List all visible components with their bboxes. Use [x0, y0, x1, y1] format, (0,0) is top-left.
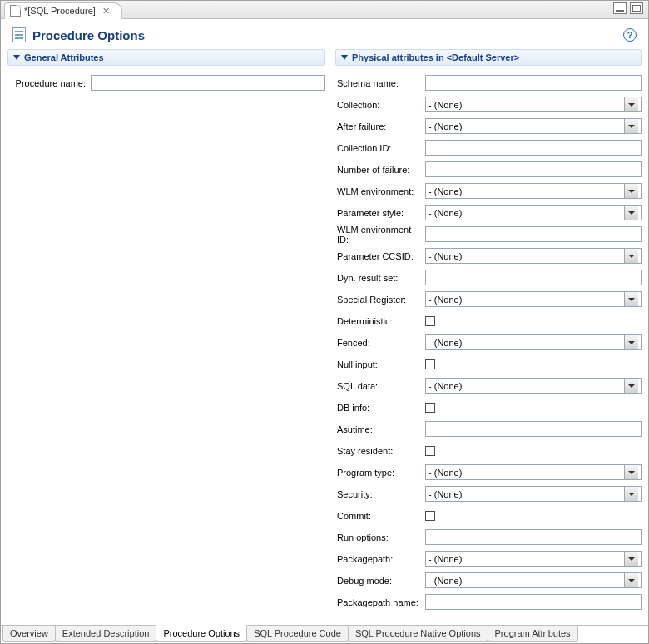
bottom-tab[interactable]: Extended Description	[55, 626, 157, 642]
chevron-down-icon[interactable]	[624, 292, 638, 306]
select-value: - (None)	[429, 381, 462, 391]
chevron-down-icon[interactable]	[624, 206, 638, 220]
bottom-tab[interactable]: Procedure Options	[156, 625, 247, 642]
bottom-tab[interactable]: Program Attributes	[488, 626, 578, 642]
form-icon	[12, 27, 26, 42]
field-label: Packagepath name:	[335, 597, 425, 607]
select-value: - (None)	[429, 251, 462, 261]
field-label: Schema name:	[335, 78, 425, 88]
field-label: Asutime:	[335, 424, 425, 434]
field-label: Null input:	[335, 359, 425, 369]
maximize-view-button[interactable]	[630, 2, 643, 14]
field-label: Parameter CCSID:	[335, 251, 425, 261]
field-label: Collection:	[335, 100, 425, 110]
field-label: WLM environment:	[335, 186, 425, 196]
text-input[interactable]	[425, 75, 642, 91]
chevron-down-icon[interactable]	[624, 552, 638, 566]
select-input[interactable]: - (None)	[425, 248, 642, 264]
text-input[interactable]	[425, 421, 642, 437]
select-input[interactable]: - (None)	[425, 572, 642, 588]
chevron-down-icon[interactable]	[624, 335, 638, 349]
field-label: DB info:	[335, 403, 425, 413]
field-label: Parameter style:	[335, 208, 425, 218]
page-title: Procedure Options	[32, 28, 145, 42]
select-value: - (None)	[429, 468, 462, 478]
field-label: Commit:	[335, 511, 425, 521]
select-input[interactable]: - (None)	[425, 334, 642, 350]
section-general-attributes[interactable]: General Attributes	[7, 49, 325, 66]
field-label: Fenced:	[335, 338, 425, 348]
checkbox[interactable]	[425, 316, 435, 326]
text-input[interactable]	[425, 529, 642, 545]
close-icon[interactable]: ✕	[102, 6, 110, 17]
editor-tabstrip: *[SQL Procedure] ✕	[1, 1, 648, 19]
bottom-tab[interactable]: SQL Procedure Native Options	[348, 626, 488, 642]
chevron-down-icon[interactable]	[624, 573, 638, 587]
chevron-down-icon[interactable]	[624, 487, 638, 501]
field-label: Dyn. result set:	[335, 273, 425, 283]
select-input[interactable]: - (None)	[425, 378, 642, 394]
section-physical-attributes[interactable]: Physical attributes in <Default Server>	[335, 49, 642, 66]
text-input[interactable]	[425, 594, 642, 610]
bottom-tabstrip: OverviewExtended DescriptionProcedure Op…	[1, 625, 648, 643]
editor-tab[interactable]: *[SQL Procedure] ✕	[4, 2, 122, 19]
checkbox[interactable]	[425, 403, 435, 413]
field-label: WLM environment ID:	[335, 225, 425, 245]
select-value: - (None)	[429, 100, 462, 110]
field-label: Debug mode:	[335, 576, 425, 586]
chevron-down-icon	[341, 55, 348, 60]
chevron-down-icon[interactable]	[624, 379, 638, 393]
field-label: Run options:	[335, 533, 425, 542]
select-value: - (None)	[429, 576, 462, 586]
select-input[interactable]: - (None)	[425, 464, 642, 480]
procedure-name-label: Procedure name:	[7, 78, 91, 88]
field-label: Stay resident:	[335, 446, 425, 456]
text-input[interactable]	[425, 270, 642, 285]
text-input[interactable]	[425, 226, 642, 242]
field-label: Number of failure:	[335, 165, 425, 175]
chevron-down-icon[interactable]	[624, 119, 638, 133]
help-icon[interactable]: ?	[623, 28, 637, 42]
text-input[interactable]	[425, 140, 642, 156]
select-input[interactable]: - (None)	[425, 551, 642, 567]
field-label: Packagepath:	[335, 554, 425, 564]
bottom-tab[interactable]: Overview	[2, 626, 56, 642]
field-label: After failure:	[335, 121, 425, 131]
select-input[interactable]: - (None)	[425, 291, 642, 307]
field-label: Program type:	[335, 468, 425, 478]
chevron-down-icon[interactable]	[624, 184, 638, 198]
document-icon	[10, 5, 21, 17]
procedure-name-input[interactable]	[91, 75, 325, 91]
select-value: - (None)	[429, 489, 462, 499]
select-input[interactable]: - (None)	[425, 486, 642, 502]
select-value: - (None)	[429, 186, 462, 196]
section-header-label: Physical attributes in <Default Server>	[352, 52, 519, 62]
select-value: - (None)	[429, 208, 462, 218]
chevron-down-icon	[13, 55, 20, 60]
field-label: Security:	[335, 489, 425, 499]
select-value: - (None)	[429, 338, 462, 348]
field-label: Collection ID:	[335, 143, 425, 153]
select-input[interactable]: - (None)	[425, 118, 642, 134]
select-input[interactable]: - (None)	[425, 205, 642, 220]
text-input[interactable]	[425, 161, 642, 177]
select-input[interactable]: - (None)	[425, 183, 642, 199]
bottom-tab[interactable]: SQL Procedure Code	[246, 626, 349, 642]
select-value: - (None)	[429, 121, 462, 131]
select-input[interactable]: - (None)	[425, 97, 642, 112]
field-label: SQL data:	[335, 381, 425, 391]
editor-tab-label: *[SQL Procedure]	[24, 6, 96, 16]
field-label: Deterministic:	[335, 316, 425, 326]
chevron-down-icon[interactable]	[624, 249, 638, 263]
select-value: - (None)	[429, 295, 462, 305]
select-value: - (None)	[429, 554, 462, 564]
checkbox[interactable]	[425, 446, 435, 456]
chevron-down-icon[interactable]	[624, 97, 638, 111]
chevron-down-icon[interactable]	[624, 465, 638, 479]
checkbox[interactable]	[425, 359, 435, 369]
field-label: Special Register:	[335, 295, 425, 305]
checkbox[interactable]	[425, 511, 435, 521]
section-header-label: General Attributes	[24, 52, 104, 62]
minimize-view-button[interactable]	[613, 2, 627, 14]
